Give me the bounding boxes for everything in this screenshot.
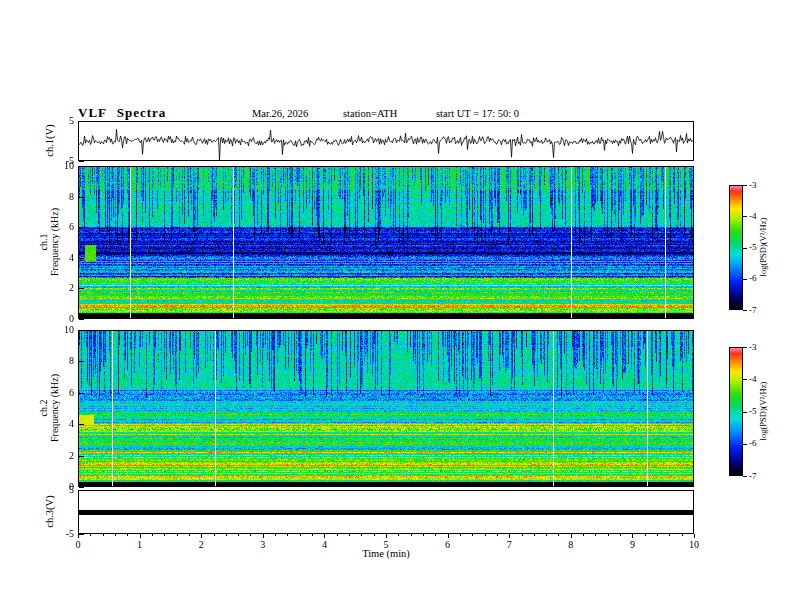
x-minor-tick-mark <box>522 534 523 536</box>
x-tick-label: 7 <box>499 539 519 550</box>
ch1-wave-y-tick-label: 5 <box>50 115 74 126</box>
colorbar-ch1-tick-label: -3 <box>749 180 773 190</box>
colorbar-ch2-tick-mark <box>743 476 747 477</box>
colorbar-ch2-tick-label: -3 <box>749 342 773 352</box>
colorbar-ch1-tick-mark <box>743 216 747 217</box>
x-minor-tick-mark <box>497 534 498 536</box>
x-tick-label: 5 <box>376 539 396 550</box>
ch2-spectrogram-ylabel-line1: ch.2 <box>38 328 49 488</box>
x-minor-tick-mark <box>312 534 313 536</box>
colorbar-ch2-tick-mark <box>743 412 747 413</box>
colorbar-ch2-panel <box>729 347 743 476</box>
x-minor-tick-mark <box>300 534 301 536</box>
colorbar-ch1-tick-label: -4 <box>749 211 773 221</box>
ch2-spectrogram-panel <box>78 330 694 487</box>
x-minor-tick-mark <box>349 534 350 536</box>
x-minor-tick-mark <box>669 534 670 536</box>
x-tick-label: 8 <box>561 539 581 550</box>
x-tick-mark <box>632 534 633 538</box>
x-minor-tick-mark <box>238 534 239 536</box>
x-minor-tick-mark <box>595 534 596 536</box>
x-tick-mark <box>201 534 202 538</box>
ch1-spec-y-tick-mark <box>79 197 84 198</box>
ch2-spectrogram-plot <box>79 331 693 486</box>
x-minor-tick-mark <box>398 534 399 536</box>
ch2-spec-y-tick-mark <box>79 456 84 457</box>
ch2-spec-y-tick-mark <box>79 361 84 362</box>
x-tick-mark <box>509 534 510 538</box>
x-minor-tick-mark <box>435 534 436 536</box>
x-minor-tick-mark <box>214 534 215 536</box>
ch1-spec-y-tick-label: 0 <box>50 313 74 324</box>
ch2-spec-y-tick-label: 2 <box>50 450 74 461</box>
figure-date: Mar.26, 2026 <box>252 108 308 119</box>
colorbar-ch1-gradient <box>730 186 742 309</box>
x-minor-tick-mark <box>485 534 486 536</box>
x-minor-tick-mark <box>546 534 547 536</box>
figure-title: VLF Spectra <box>78 105 166 121</box>
ch2-spec-y-tick-label: 4 <box>50 418 74 429</box>
x-minor-tick-mark <box>558 534 559 536</box>
x-tick-mark <box>571 534 572 538</box>
x-tick-label: 2 <box>191 539 211 550</box>
ch2-spec-y-tick-mark <box>79 424 84 425</box>
x-minor-tick-mark <box>189 534 190 536</box>
ch1-spec-y-tick-label: 6 <box>50 221 74 232</box>
x-tick-mark <box>386 534 387 538</box>
x-tick-mark <box>140 534 141 538</box>
x-minor-tick-mark <box>164 534 165 536</box>
x-minor-tick-mark <box>411 534 412 536</box>
x-minor-tick-mark <box>152 534 153 536</box>
ch3-wave-y-tick-label: 5 <box>50 484 74 495</box>
ch2-spectrogram-ylabel: ch.2 Frequency (kHz) <box>38 328 60 488</box>
ch1-spec-y-tick-label: 10 <box>50 160 74 171</box>
colorbar-ch1-tick-label: -6 <box>749 273 773 283</box>
colorbar-ch1-tick-label: -5 <box>749 242 773 252</box>
x-tick-label: 3 <box>253 539 273 550</box>
colorbar-ch2-tick-mark <box>743 379 747 380</box>
ch2-spec-y-tick-mark <box>79 393 84 394</box>
ch1-spectrogram-panel <box>78 166 694 319</box>
ch3-wave-y-tick-mark <box>79 534 84 535</box>
ch1-spec-y-tick-label: 8 <box>50 191 74 202</box>
x-tick-mark <box>324 534 325 538</box>
x-minor-tick-mark <box>115 534 116 536</box>
ch2-spec-y-tick-mark <box>79 330 84 331</box>
colorbar-ch1-tick-label: -7 <box>749 305 773 315</box>
x-minor-tick-mark <box>534 534 535 536</box>
x-minor-tick-mark <box>472 534 473 536</box>
colorbar-ch1-tick-mark <box>743 248 747 249</box>
ch1-spec-y-tick-mark <box>79 258 84 259</box>
ch1-spec-y-tick-mark <box>79 319 84 320</box>
x-minor-tick-mark <box>583 534 584 536</box>
x-minor-tick-mark <box>620 534 621 536</box>
ch3-wave-y-tick-mark <box>79 490 84 491</box>
colorbar-ch1-tick-mark <box>743 185 747 186</box>
colorbar-ch2-tick-label: -7 <box>749 471 773 481</box>
x-minor-tick-mark <box>337 534 338 536</box>
x-tick-label: 10 <box>684 539 704 550</box>
x-tick-label: 9 <box>622 539 642 550</box>
x-tick-mark <box>263 534 264 538</box>
colorbar-ch1-panel <box>729 185 743 310</box>
colorbar-ch2-tick-label: -5 <box>749 406 773 416</box>
colorbar-ch2-tick-label: -6 <box>749 438 773 448</box>
ch2-spec-y-tick-label: 6 <box>50 387 74 398</box>
x-minor-tick-mark <box>226 534 227 536</box>
colorbar-ch2-tick-label: -4 <box>749 374 773 384</box>
x-minor-tick-mark <box>287 534 288 536</box>
ch1-waveform-plot <box>79 122 693 160</box>
x-minor-tick-mark <box>682 534 683 536</box>
x-tick-label: 1 <box>130 539 150 550</box>
x-minor-tick-mark <box>103 534 104 536</box>
ch1-spectrogram-ylabel-line2: Frequency (kHz) <box>49 162 60 322</box>
x-minor-tick-mark <box>423 534 424 536</box>
x-minor-tick-mark <box>657 534 658 536</box>
ch2-spec-y-tick-label: 8 <box>50 355 74 366</box>
x-tick-label: 4 <box>314 539 334 550</box>
ch1-spectrogram-ylabel: ch.1 Frequency (kHz) <box>38 162 60 322</box>
x-minor-tick-mark <box>361 534 362 536</box>
x-minor-tick-mark <box>127 534 128 536</box>
colorbar-ch1-tick-mark <box>743 310 747 311</box>
ch3-wave-y-tick-label: -5 <box>50 528 74 539</box>
